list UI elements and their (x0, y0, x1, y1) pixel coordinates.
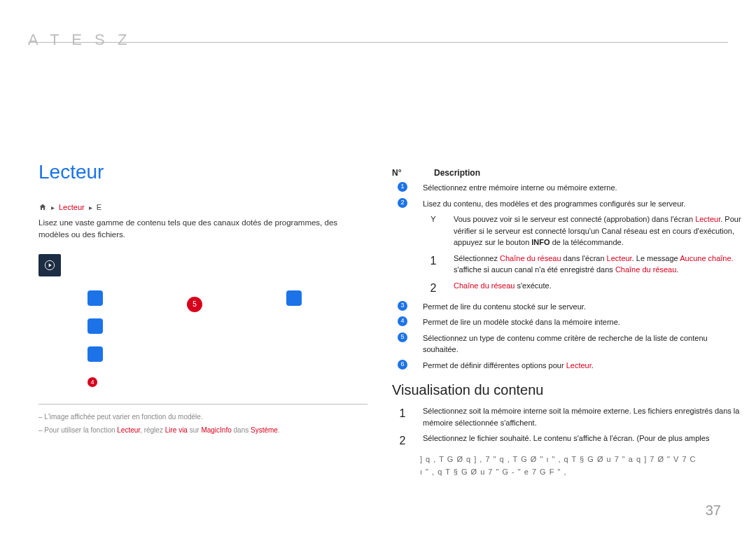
row-text: Permet de lire du contenu stocké sur le … (423, 301, 742, 313)
step-number: 2 (423, 280, 444, 297)
step-number: 1 (423, 253, 444, 276)
table-header: N° Description (392, 168, 742, 178)
page-title: Lecteur (38, 161, 368, 183)
step-text: Chaîne du réseau s'exécute. (454, 280, 742, 297)
table-subrow: Y Vous pouvez voir si le serveur est con… (392, 213, 742, 248)
play-icon (44, 260, 55, 271)
thumbnail-placeholder (286, 290, 302, 306)
footnote-1: – L'image affichée peut varier en foncti… (38, 412, 368, 422)
home-icon (38, 203, 47, 211)
row-text: Permet de définir différentes options po… (423, 360, 742, 372)
row-text: Sélectionnez un type de contenu comme cr… (423, 332, 742, 356)
breadcrumb-tail: E (97, 203, 102, 211)
breadcrumb-current: Lecteur (59, 203, 85, 211)
table-row: 1 Sélectionnez entre mémoire interne ou … (392, 182, 742, 194)
player-tile (38, 254, 61, 276)
callout-number-4: 4 (398, 316, 407, 326)
table-row: 4 Permet de lire un modèle stocké dans l… (392, 316, 742, 328)
th-description: Description (434, 168, 480, 178)
intro-paragraph: Lisez une vaste gamme de contenu tels qu… (38, 217, 368, 241)
breadcrumb: Lecteur E (38, 203, 368, 211)
divider (38, 404, 368, 405)
table-row: 3 Permet de lire du contenu stocké sur l… (392, 301, 742, 313)
step-1: 1 Sélectionnez Chaîne du réseau dans l'é… (392, 253, 742, 276)
step-2: 2 Chaîne du réseau s'exécute. (392, 280, 742, 297)
step-text: Sélectionnez le fichier souhaité. Le con… (423, 433, 742, 449)
callout-number-2: 2 (398, 198, 407, 208)
row-text: Permet de lire un modèle stocké dans la … (423, 316, 742, 328)
thumbnail-placeholder (88, 290, 103, 306)
left-column: Lecteur Lecteur E Lisez une vaste gamme … (38, 161, 368, 438)
row-text: Vous pouvez voir si le serveur est conne… (454, 213, 742, 248)
footnote-2: – Pour utiliser la fonction Lecteur, rég… (38, 425, 368, 435)
manual-page: A T E S Z Lecteur Lecteur E Lisez une va… (0, 0, 756, 534)
garbled-line-1: ] q , T G Ø q ] , 7 " q , T G Ø " ı " , … (420, 454, 742, 466)
step-text: Sélectionnez Chaîne du réseau dans l'écr… (454, 253, 742, 276)
thumbnail-placeholder (88, 318, 103, 334)
callout-marker-4: 4 (88, 377, 97, 387)
table-row: 6 Permet de définir différentes options … (392, 360, 742, 372)
section-heading: Visualisation du contenu (392, 382, 742, 398)
chevron-right-icon (89, 203, 92, 211)
viewing-step-1: 1 Sélectionnez soit la mémoire interne s… (392, 405, 742, 428)
row-text: Lisez du contenu, des modèles et des pro… (423, 198, 742, 210)
sub-marker: Y (423, 213, 444, 248)
row-text: Sélectionnez entre mémoire interne ou mé… (423, 182, 742, 194)
callout-number-5: 5 (398, 332, 407, 342)
table-row: 2 Lisez du contenu, des modèles et des p… (392, 198, 742, 210)
right-column: N° Description 1 Sélectionnez entre mémo… (392, 168, 742, 478)
page-number: 37 (706, 503, 721, 519)
garbled-line-2: ı " , q T § G Ø u 7 " G - " e 7 G F " , (420, 466, 742, 479)
callout-number-3: 3 (398, 301, 407, 311)
callout-number-1: 1 (398, 182, 407, 192)
step-number: 1 (392, 405, 413, 428)
step-number: 2 (392, 433, 413, 449)
table-row: 5 Sélectionnez un type de contenu comme … (392, 332, 742, 356)
thumbnail-placeholder (88, 346, 103, 362)
callout-number-6: 6 (398, 360, 407, 370)
callout-marker-5: 5 (187, 297, 202, 312)
step-text: Sélectionnez soit la mémoire interne soi… (423, 405, 742, 428)
chevron-right-icon (51, 203, 55, 211)
top-divider (28, 42, 728, 56)
viewing-step-2: 2 Sélectionnez le fichier souhaité. Le c… (392, 433, 742, 449)
th-number: N° (392, 168, 413, 178)
